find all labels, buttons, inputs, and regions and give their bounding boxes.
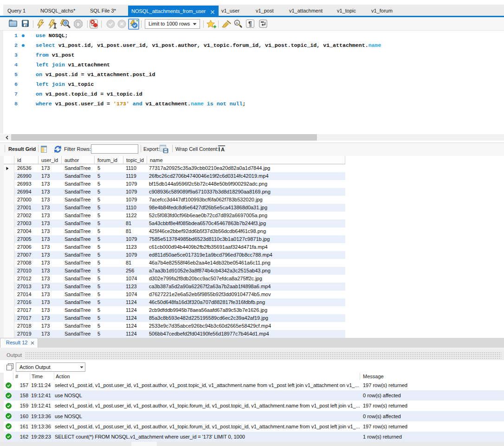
svg-text:A: A <box>221 147 225 152</box>
svg-text:A: A <box>236 21 239 25</box>
